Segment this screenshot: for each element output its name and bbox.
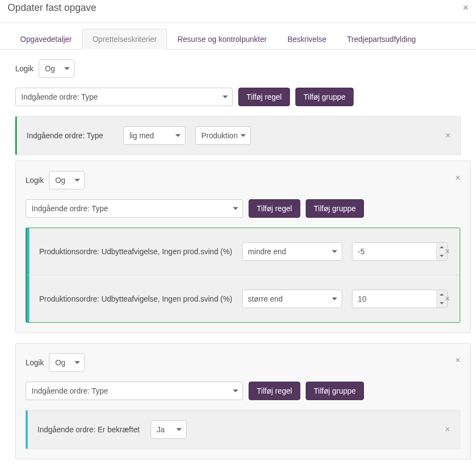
operator-select[interactable]: større end bbox=[242, 290, 342, 308]
logic-label: Logik bbox=[26, 358, 44, 367]
rule-field-label: Produktionsordre: Udbytteafvigelse, Inge… bbox=[39, 295, 232, 303]
remove-rule-icon[interactable]: × bbox=[443, 244, 452, 259]
value-input[interactable]: 10 bbox=[352, 290, 448, 308]
value-select[interactable]: Produktion bbox=[195, 126, 251, 145]
rule-row: Indgående ordre: Type lig med Produktion… bbox=[15, 116, 461, 155]
close-icon[interactable]: × bbox=[460, 0, 471, 16]
tab-resurse[interactable]: Resurse og kontrolpunkter bbox=[167, 29, 277, 50]
field-select[interactable]: Indgående ordre: Type bbox=[26, 382, 243, 400]
operator-select[interactable]: mindre end bbox=[242, 242, 342, 261]
rules-subgroup: Indgående ordre: Er bekræftet Ja × bbox=[26, 410, 460, 449]
rule-field-label: Indgående ordre: Type bbox=[27, 131, 114, 140]
rule-group: × Logik Og Indgående ordre: Type Tilføj … bbox=[15, 343, 471, 459]
operator-select[interactable]: lig med bbox=[123, 126, 186, 145]
add-rule-button[interactable]: Tilføj regel bbox=[249, 382, 300, 400]
value-select[interactable]: Ja bbox=[151, 420, 187, 439]
rule-group: × Logik Og Indgående ordre: Type Tilføj … bbox=[15, 161, 471, 333]
rules-subgroup: Produktionsordre: Udbytteafvigelse, Inge… bbox=[26, 228, 460, 323]
logic-select[interactable]: Og bbox=[39, 59, 75, 78]
tab-oprettelseskriterier[interactable]: Oprettelseskriterier bbox=[82, 29, 167, 50]
value-input-wrap: 10 bbox=[352, 290, 448, 308]
logic-label: Logik bbox=[26, 176, 44, 185]
dialog-header: Opdater fast opgave × bbox=[0, 0, 476, 22]
rule-row: Produktionsordre: Udbytteafvigelse, Inge… bbox=[27, 275, 460, 322]
remove-rule-icon[interactable]: × bbox=[443, 128, 453, 143]
remove-rule-icon[interactable]: × bbox=[443, 422, 452, 437]
dialog-title: Opdater fast opgave bbox=[8, 2, 96, 14]
remove-group-icon[interactable]: × bbox=[453, 171, 462, 185]
tab-tredjeparts[interactable]: Tredjepartsudfylding bbox=[337, 29, 426, 50]
tab-beskrivelse[interactable]: Beskrivelse bbox=[277, 29, 337, 50]
tab-opgavedetaljer[interactable]: Opgavedetaljer bbox=[10, 29, 82, 50]
field-select[interactable]: Indgående ordre: Type bbox=[26, 199, 243, 218]
remove-group-icon[interactable]: × bbox=[453, 353, 462, 367]
logic-select[interactable]: Og bbox=[49, 353, 85, 372]
rule-field-label: Indgående ordre: Er bekræftet bbox=[38, 425, 141, 434]
rule-row: Produktionsordre: Udbytteafvigelse, Inge… bbox=[27, 228, 460, 275]
rule-row: Indgående ordre: Er bekræftet Ja × bbox=[26, 410, 460, 449]
add-group-button[interactable]: Tilføj gruppe bbox=[306, 199, 364, 218]
content-area: Logik Og Indgående ordre: Type Tilføj re… bbox=[0, 50, 476, 466]
logic-label: Logik bbox=[15, 64, 33, 73]
field-select[interactable]: Indgående ordre: Type bbox=[15, 88, 233, 106]
add-rule-button[interactable]: Tilføj regel bbox=[249, 199, 300, 218]
rule-field-label: Produktionsordre: Udbytteafvigelse, Inge… bbox=[39, 247, 232, 256]
value-input[interactable]: -5 bbox=[352, 242, 448, 261]
logic-select[interactable]: Og bbox=[49, 171, 85, 189]
remove-rule-icon[interactable]: × bbox=[443, 292, 452, 306]
tab-bar: Opgavedetaljer Oprettelseskriterier Resu… bbox=[0, 22, 476, 50]
value-input-wrap: -5 bbox=[352, 242, 448, 261]
add-group-button[interactable]: Tilføj gruppe bbox=[306, 382, 364, 400]
add-group-button[interactable]: Tilføj gruppe bbox=[295, 88, 354, 106]
add-rule-button[interactable]: Tilføj regel bbox=[238, 88, 290, 106]
